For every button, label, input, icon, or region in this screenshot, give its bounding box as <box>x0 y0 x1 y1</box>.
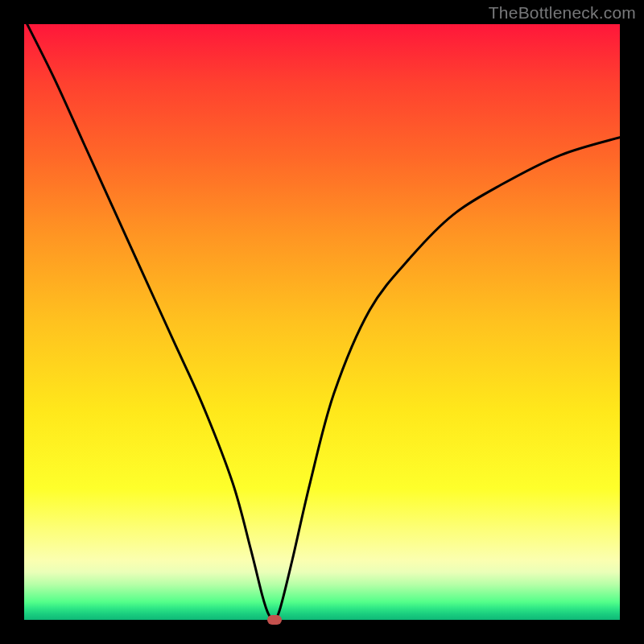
chart-frame: TheBottleneck.com <box>0 0 644 644</box>
plot-area <box>24 24 620 620</box>
watermark-text: TheBottleneck.com <box>489 3 636 23</box>
valley-marker <box>267 615 282 625</box>
bottleneck-curve <box>24 19 620 621</box>
curve-svg <box>24 24 620 620</box>
